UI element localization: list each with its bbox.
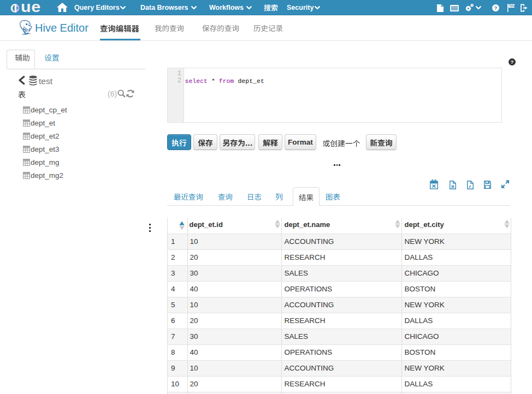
svg-text:?: ? xyxy=(494,5,498,11)
svg-text:?: ? xyxy=(511,59,514,65)
